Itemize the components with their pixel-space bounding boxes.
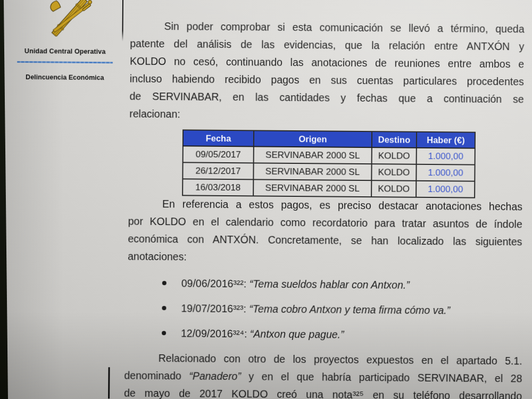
table-row: 26/12/2017 SERVINABAR 2000 SL KOLDO 1.00…	[182, 162, 475, 181]
cell-fecha: 09/05/2017	[183, 146, 254, 163]
table-row: 09/05/2017 SERVINABAR 2000 SL KOLDO 1.00…	[183, 146, 475, 164]
cell-haber: 1.000,00	[417, 148, 475, 165]
cell-origen: SERVINABAR 2000 SL	[253, 179, 371, 197]
annotations-list: 09/06/2016³²²: “Tema sueldos hablar con …	[128, 275, 522, 353]
annotation-date: 12/09/2016³²⁴:	[181, 327, 250, 339]
header-divider-rule	[17, 61, 113, 63]
payments-table: Fecha Origen Destino Haber (€) 09/05/201…	[182, 129, 476, 198]
annotation-date: 19/07/2016³²³:	[181, 302, 249, 314]
cell-fecha: 16/03/2018	[182, 179, 253, 196]
annotation-quote: “Tema sueldos hablar con Antxon.”	[250, 278, 410, 290]
cell-haber: 1.000,00	[416, 181, 475, 198]
unit-name: Unidad Central Operativa	[9, 47, 121, 56]
text-line: anotaciones:	[128, 248, 522, 269]
bullet-icon	[162, 281, 167, 285]
footer-vertical-rule	[108, 367, 110, 398]
text-line: de mayo de 2017 KOLDO creó una nota³²⁵ e…	[124, 384, 522, 399]
annotation-quote: “Antxon que pague.”	[250, 328, 344, 340]
text-segment: denominado	[124, 369, 189, 381]
table-row: 16/03/2018 SERVINABAR 2000 SL KOLDO 1.00…	[182, 179, 475, 197]
list-item: 19/07/2016³²³: “Tema cobro Antxon y tema…	[128, 300, 522, 320]
bullet-icon	[162, 331, 166, 335]
photographed-report-page: Unidad Central Operativa Delincuencia Ec…	[0, 0, 532, 399]
column-header-fecha: Fecha	[183, 130, 254, 146]
column-header-destino: Destino	[372, 131, 417, 148]
cell-fecha: 26/12/2017	[182, 162, 253, 179]
paragraph-communication: Sin poder comprobar si esta comunicación…	[129, 18, 525, 126]
annotation-date: 09/06/2016³²²:	[181, 277, 250, 289]
column-header-haber: Haber (€)	[417, 132, 475, 148]
cell-destino: KOLDO	[372, 147, 417, 164]
header-vertical-rule	[122, 0, 123, 41]
text-line: relacionan:	[129, 105, 523, 126]
text-line: de SERVINABAR, en las cantidades y fecha…	[129, 88, 523, 109]
list-item: 09/06/2016³²²: “Tema sueldos hablar con …	[128, 275, 522, 295]
cell-destino: KOLDO	[371, 164, 416, 181]
guardia-civil-emblem-icon	[40, 0, 100, 37]
column-header-origen: Origen	[254, 130, 372, 147]
paragraph-panadero-project: Relacionado con otro de los proyectos ex…	[124, 350, 522, 399]
annotation-quote: “Tema cobro Antxon y tema firma cómo va.…	[249, 303, 450, 316]
department-name: Delincuencia Económica	[9, 73, 121, 82]
paragraph-calendar-notes: En referencia a estos pagos, es preciso …	[128, 195, 522, 269]
cell-origen: SERVINABAR 2000 SL	[253, 163, 371, 180]
cell-haber: 1.000,00	[416, 164, 475, 181]
text-segment-italic: “Panadero”	[189, 370, 241, 382]
table-header-row: Fecha Origen Destino Haber (€)	[183, 130, 475, 148]
text-line: económica con ANTXÓN. Concretamente, se …	[128, 230, 522, 251]
document-page: Unidad Central Operativa Delincuencia Ec…	[0, 0, 532, 399]
bullet-icon	[162, 306, 166, 310]
cell-origen: SERVINABAR 2000 SL	[254, 146, 372, 164]
list-item: 12/09/2016³²⁴: “Antxon que pague.”	[128, 325, 522, 345]
cell-destino: KOLDO	[371, 180, 416, 197]
text-segment: y en el que habría participado SERVINABA…	[241, 370, 522, 384]
